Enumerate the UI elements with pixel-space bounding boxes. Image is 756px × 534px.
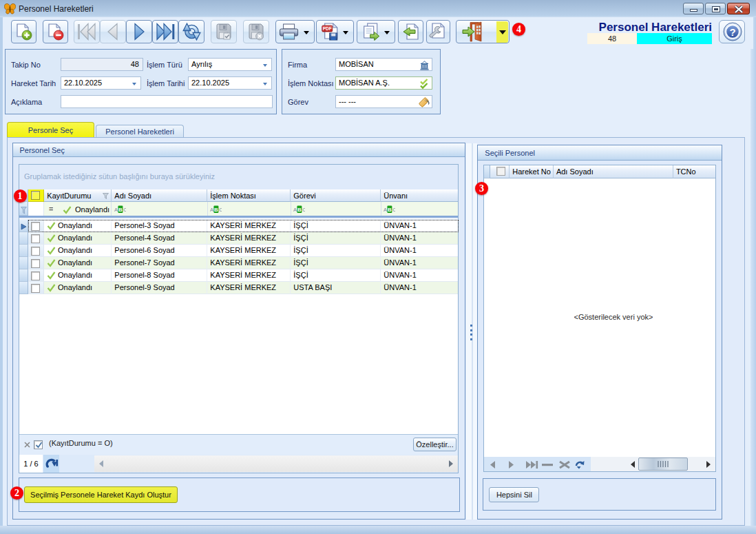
svg-text:?: ? [729,26,735,38]
